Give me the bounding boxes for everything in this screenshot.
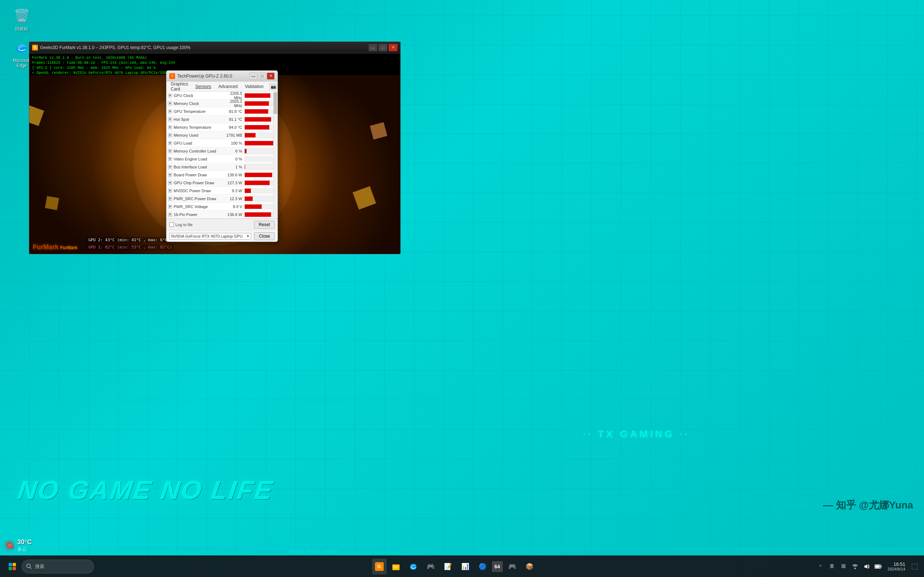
gpu-select-value: NVIDIA GeForce RTX 4070 Laptop GPU — [171, 234, 245, 239]
tray-input-icon[interactable]: 国 — [838, 559, 848, 574]
sensor-bar-gpu-temperature — [244, 109, 276, 114]
sensors-scrollbar[interactable] — [273, 92, 278, 219]
sensor-value-pwr-src-voltage: 8.9 V — [224, 205, 244, 209]
gpuz-close-dialog-button[interactable]: Close — [254, 232, 275, 240]
clock-area[interactable]: 16:51 2024/9/14 — [886, 561, 907, 571]
sensor-dropdown-memory-used[interactable]: ▼ — [168, 133, 172, 137]
sensor-dropdown-gpu-clock[interactable]: ▼ — [168, 93, 172, 98]
furmark-close-button[interactable]: ✕ — [389, 44, 397, 51]
tray-battery-icon[interactable] — [873, 559, 883, 574]
taskbar-64[interactable]: 64 — [492, 561, 503, 572]
sensor-name-pwr-src-power-draw: ▼ PWR_SRC Power Draw — [168, 197, 224, 201]
sensor-dropdown-memory-controller-load[interactable]: ▼ — [168, 149, 172, 153]
sensor-name-bus-interface-load: ▼ Bus Interface Load — [168, 165, 224, 169]
start-button[interactable] — [4, 559, 20, 574]
sensor-dropdown-gpu-load[interactable]: ▼ — [168, 141, 172, 145]
tab-advanced[interactable]: Advanced — [217, 83, 239, 90]
sensor-bar-gpu-chip-power-draw — [244, 180, 276, 185]
taskbar-game[interactable]: 🎮 — [423, 559, 439, 574]
sensor-name-mvddc-power-draw: ▼ MVDDC Power Draw — [168, 189, 224, 193]
taskbar-right: ^ 英 国 — [815, 559, 920, 574]
tray-volume-icon[interactable] — [861, 559, 872, 574]
edge-image — [13, 39, 30, 56]
sensor-dropdown-mvddc-power-draw[interactable]: ▼ — [168, 189, 172, 193]
sensor-bar-pwr-src-power-draw — [244, 196, 276, 201]
sensor-dropdown-16pin-power[interactable]: ▼ — [168, 213, 172, 217]
gpu-select-dropdown[interactable]: NVIDIA GeForce RTX 4070 Laptop GPU ▼ — [169, 233, 251, 239]
sensor-bar-gpu-clock — [244, 93, 276, 98]
taskbar-center: G — [95, 559, 814, 574]
sensor-dropdown-bus-interface-load[interactable]: ▼ — [168, 165, 172, 169]
furmark-gpu2-overlay: GPU 2: 43°C (min: 41°C , max: 6°C) — [87, 237, 171, 243]
sensor-bar-memory-used — [244, 133, 276, 138]
gpuz-title-text: TechPowerUp GPU-Z 2.60.0 — [177, 74, 247, 79]
taskbar-word[interactable]: 📝 — [440, 559, 456, 574]
taskbar-game2[interactable]: 🎮 — [504, 559, 520, 574]
gpuz-footer: Log to file Reset — [166, 219, 278, 230]
gpuz-reset-button[interactable]: Reset — [254, 221, 275, 229]
weather-temperature: 30°C — [17, 538, 32, 546]
taskbar-file-manager[interactable] — [388, 559, 404, 574]
sensor-name-video-engine-load: ▼ Video Engine Load — [168, 157, 224, 161]
furmark-console-line-3: [ GPU-Z ] core: 2205 MHz - mem: 2025 MHz… — [32, 66, 397, 71]
furmark-minimize-button[interactable]: — — [368, 44, 377, 51]
furmark-logo: FurMark FurMark — [33, 243, 77, 251]
gpuz-maximize-button[interactable]: □ — [258, 73, 266, 80]
svg-rect-15 — [13, 563, 16, 566]
svg-point-18 — [27, 564, 30, 567]
sensor-dropdown-memory-clock[interactable]: ▼ — [168, 102, 172, 106]
sensor-dropdown-gpu-chip-power-draw[interactable]: ▼ — [168, 181, 172, 185]
taskbar-excel[interactable]: 📊 — [457, 559, 473, 574]
sensor-dropdown-pwr-src-power-draw[interactable]: ▼ — [168, 197, 172, 201]
sensor-value-gpu-clock: 2205.0 MHz — [224, 92, 244, 100]
recycle-bin-image: 🗑️ — [13, 7, 30, 24]
gpuz-screenshot-button[interactable]: 📷 — [269, 83, 277, 90]
log-to-file-checkbox[interactable] — [169, 222, 174, 227]
tray-network-icon[interactable] — [850, 559, 860, 574]
gpuz-titlebar: T TechPowerUp GPU-Z 2.60.0 — □ ✕ — [166, 71, 278, 82]
weather-widget[interactable]: 🌤 30°C 多云 — [3, 538, 32, 553]
taskbar-edge[interactable] — [405, 559, 421, 574]
taskbar-app1[interactable]: 🔵 — [475, 559, 491, 574]
sensor-row-hot-spot: ▼ Hot Spot 91.1 °C — [166, 115, 278, 123]
sensor-dropdown-memory-temperature[interactable]: ▼ — [168, 125, 172, 129]
sensor-dropdown-pwr-src-voltage[interactable]: ▼ — [168, 205, 172, 209]
sensor-row-gpu-chip-power-draw: ▼ GPU Chip Power Draw 127.3 W — [166, 179, 278, 187]
taskbar-app2[interactable]: 📦 — [522, 559, 538, 574]
sensor-row-gpu-load: ▼ GPU Load 100 % — [166, 139, 278, 147]
sensor-bar-fill-memory-clock — [245, 102, 269, 106]
svg-line-7 — [296, 156, 314, 164]
sensors-panel: ▼ GPU Clock 2205.0 MHz ▼ Memory Clock 20… — [166, 92, 278, 219]
sensor-bar-board-power-draw — [244, 172, 276, 177]
gpuz-minimize-button[interactable]: — — [249, 73, 257, 80]
tray-expand-button[interactable]: ^ — [815, 559, 825, 574]
search-bar[interactable]: 搜索 — [22, 560, 94, 574]
gpu1-temp-overlay: GPU 1: 82°C (min: 53°C , max: 82°C) — [89, 245, 172, 250]
sensor-name-gpu-load: ▼ GPU Load — [168, 141, 224, 145]
tray-language-icon[interactable]: 英 — [827, 559, 837, 574]
sensor-value-bus-interface-load: 1 % — [224, 165, 244, 169]
notification-button[interactable] — [909, 559, 920, 574]
sensor-dropdown-hot-spot[interactable]: ▼ — [168, 117, 172, 121]
sensor-bar-fill-mvddc-power-draw — [245, 189, 251, 193]
gpuz-close-button[interactable]: ✕ — [267, 73, 275, 80]
furmark-title-text: Geeks3D FurMark v1.38.1.0 – 243FPS, GPU1… — [40, 45, 366, 50]
recycle-bin-icon[interactable]: 🗑️ 回收站 — [7, 7, 36, 32]
svg-rect-28 — [912, 564, 918, 569]
sensor-value-hot-spot: 91.1 °C — [224, 117, 244, 121]
sensor-row-mvddc-power-draw: ▼ MVDDC Power Draw 9.3 W — [166, 187, 278, 195]
svg-rect-11 — [370, 122, 387, 140]
sensor-dropdown-gpu-temperature[interactable]: ▼ — [168, 109, 172, 114]
taskbar-furmark-item[interactable]: G — [372, 559, 386, 574]
furmark-maximize-button[interactable]: □ — [379, 44, 387, 51]
sensor-dropdown-video-engine-load[interactable]: ▼ — [168, 157, 172, 161]
svg-rect-10 — [29, 105, 44, 126]
tab-graphics-card[interactable]: Graphics Card — [169, 81, 189, 92]
sensor-dropdown-board-power-draw[interactable]: ▼ — [168, 173, 172, 177]
tab-validation[interactable]: Validation — [243, 83, 265, 90]
tab-sensors[interactable]: Sensors — [194, 83, 213, 90]
ngno-text: NO GAME NO LIFE — [16, 475, 276, 505]
sensors-scrollbar-thumb[interactable] — [274, 92, 277, 114]
sensor-row-board-power-draw: ▼ Board Power Draw 139.6 W — [166, 171, 278, 179]
sensor-row-gpu-clock: ▼ GPU Clock 2205.0 MHz — [166, 92, 278, 100]
